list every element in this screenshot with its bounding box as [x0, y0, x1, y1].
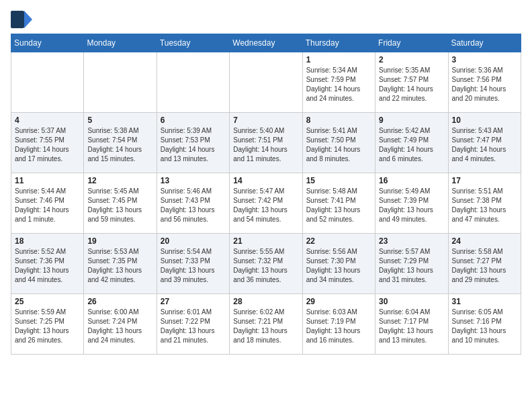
calendar-cell: 14Sunrise: 5:47 AMSunset: 7:42 PMDayligh…: [230, 173, 302, 234]
day-number: 28: [233, 297, 298, 306]
calendar-week-2: 4Sunrise: 5:37 AMSunset: 7:55 PMDaylight…: [11, 113, 521, 173]
day-number: 12: [87, 176, 152, 185]
day-info: Sunrise: 5:35 AMSunset: 7:57 PMDaylight:…: [379, 66, 444, 103]
calendar-cell: 4Sunrise: 5:37 AMSunset: 7:55 PMDaylight…: [11, 113, 84, 173]
header-cell-wednesday: Wednesday: [230, 34, 302, 52]
day-number: 1: [306, 55, 371, 64]
calendar-cell: 27Sunrise: 6:01 AMSunset: 7:22 PMDayligh…: [157, 294, 229, 355]
day-info: Sunrise: 6:04 AMSunset: 7:17 PMDaylight:…: [379, 308, 444, 345]
day-number: 21: [233, 236, 298, 246]
day-number: 31: [452, 297, 517, 306]
calendar-cell: 17Sunrise: 5:51 AMSunset: 7:38 PMDayligh…: [448, 173, 521, 234]
calendar-cell: 11Sunrise: 5:44 AMSunset: 7:46 PMDayligh…: [11, 173, 84, 234]
calendar-week-5: 25Sunrise: 5:59 AMSunset: 7:25 PMDayligh…: [11, 294, 521, 355]
calendar-cell: 5Sunrise: 5:38 AMSunset: 7:54 PMDaylight…: [84, 113, 157, 173]
day-number: 18: [15, 236, 80, 246]
day-info: Sunrise: 5:52 AMSunset: 7:36 PMDaylight:…: [15, 247, 80, 285]
calendar-cell: 7Sunrise: 5:40 AMSunset: 7:51 PMDaylight…: [230, 113, 302, 173]
day-info: Sunrise: 6:01 AMSunset: 7:22 PMDaylight:…: [161, 308, 226, 345]
calendar-cell: 29Sunrise: 6:03 AMSunset: 7:19 PMDayligh…: [302, 294, 375, 355]
day-number: 22: [306, 236, 371, 246]
day-info: Sunrise: 5:40 AMSunset: 7:51 PMDaylight:…: [233, 126, 298, 164]
day-number: 8: [306, 116, 371, 125]
day-number: 5: [87, 116, 152, 125]
day-number: 30: [379, 297, 444, 306]
day-number: 25: [15, 297, 80, 306]
day-info: Sunrise: 5:36 AMSunset: 7:56 PMDaylight:…: [452, 66, 517, 103]
day-info: Sunrise: 5:45 AMSunset: 7:45 PMDaylight:…: [87, 187, 152, 224]
calendar-cell: 23Sunrise: 5:57 AMSunset: 7:29 PMDayligh…: [375, 234, 448, 294]
day-number: 14: [233, 176, 298, 185]
calendar-cell: 10Sunrise: 5:43 AMSunset: 7:47 PMDayligh…: [448, 113, 521, 173]
day-info: Sunrise: 5:49 AMSunset: 7:39 PMDaylight:…: [379, 187, 444, 224]
calendar-cell: [11, 52, 84, 113]
day-number: 29: [306, 297, 371, 306]
day-info: Sunrise: 6:03 AMSunset: 7:19 PMDaylight:…: [306, 308, 371, 345]
calendar-week-4: 18Sunrise: 5:52 AMSunset: 7:36 PMDayligh…: [11, 234, 521, 294]
day-info: Sunrise: 5:55 AMSunset: 7:32 PMDaylight:…: [233, 247, 298, 285]
calendar-header: SundayMondayTuesdayWednesdayThursdayFrid…: [11, 34, 521, 52]
calendar-cell: 24Sunrise: 5:58 AMSunset: 7:27 PMDayligh…: [448, 234, 521, 294]
day-info: Sunrise: 5:59 AMSunset: 7:25 PMDaylight:…: [15, 308, 80, 345]
day-info: Sunrise: 5:53 AMSunset: 7:35 PMDaylight:…: [87, 247, 152, 285]
calendar-cell: 1Sunrise: 5:34 AMSunset: 7:59 PMDaylight…: [302, 52, 375, 113]
calendar-cell: [157, 52, 229, 113]
calendar-cell: 6Sunrise: 5:39 AMSunset: 7:53 PMDaylight…: [157, 113, 229, 173]
header-cell-thursday: Thursday: [302, 34, 375, 52]
day-number: 10: [452, 116, 517, 125]
header-cell-tuesday: Tuesday: [157, 34, 229, 52]
calendar-cell: 8Sunrise: 5:41 AMSunset: 7:50 PMDaylight…: [302, 113, 375, 173]
calendar-cell: 19Sunrise: 5:53 AMSunset: 7:35 PMDayligh…: [84, 234, 157, 294]
day-info: Sunrise: 5:34 AMSunset: 7:59 PMDaylight:…: [306, 66, 371, 103]
calendar-body: 1Sunrise: 5:34 AMSunset: 7:59 PMDaylight…: [11, 52, 521, 355]
day-number: 2: [379, 55, 444, 64]
day-info: Sunrise: 5:58 AMSunset: 7:27 PMDaylight:…: [452, 247, 517, 285]
day-number: 16: [379, 176, 444, 185]
day-number: 23: [379, 236, 444, 246]
calendar-cell: 3Sunrise: 5:36 AMSunset: 7:56 PMDaylight…: [448, 52, 521, 113]
calendar-cell: 13Sunrise: 5:46 AMSunset: 7:43 PMDayligh…: [157, 173, 229, 234]
header-cell-friday: Friday: [375, 34, 448, 52]
day-number: 7: [233, 116, 298, 125]
day-info: Sunrise: 6:05 AMSunset: 7:16 PMDaylight:…: [452, 308, 517, 345]
day-number: 19: [87, 236, 152, 246]
day-info: Sunrise: 5:47 AMSunset: 7:42 PMDaylight:…: [233, 187, 298, 224]
calendar-cell: 22Sunrise: 5:56 AMSunset: 7:30 PMDayligh…: [302, 234, 375, 294]
calendar-table: SundayMondayTuesdayWednesdayThursdayFrid…: [11, 34, 521, 355]
day-number: 24: [452, 236, 517, 246]
day-info: Sunrise: 5:57 AMSunset: 7:29 PMDaylight:…: [379, 247, 444, 285]
day-number: 6: [161, 116, 226, 125]
day-info: Sunrise: 5:44 AMSunset: 7:46 PMDaylight:…: [15, 187, 80, 224]
day-info: Sunrise: 5:56 AMSunset: 7:30 PMDaylight:…: [306, 247, 371, 285]
logo: [11, 11, 35, 28]
day-info: Sunrise: 5:54 AMSunset: 7:33 PMDaylight:…: [161, 247, 226, 285]
day-info: Sunrise: 5:38 AMSunset: 7:54 PMDaylight:…: [87, 126, 152, 164]
day-number: 20: [161, 236, 226, 246]
day-info: Sunrise: 5:51 AMSunset: 7:38 PMDaylight:…: [452, 187, 517, 224]
header-cell-sunday: Sunday: [11, 34, 84, 52]
calendar-cell: 25Sunrise: 5:59 AMSunset: 7:25 PMDayligh…: [11, 294, 84, 355]
day-number: 11: [15, 176, 80, 185]
calendar-cell: 12Sunrise: 5:45 AMSunset: 7:45 PMDayligh…: [84, 173, 157, 234]
calendar-cell: 30Sunrise: 6:04 AMSunset: 7:17 PMDayligh…: [375, 294, 448, 355]
day-number: 3: [452, 55, 517, 64]
day-info: Sunrise: 5:42 AMSunset: 7:49 PMDaylight:…: [379, 126, 444, 164]
calendar-cell: 26Sunrise: 6:00 AMSunset: 7:24 PMDayligh…: [84, 294, 157, 355]
calendar-cell: [230, 52, 302, 113]
calendar-cell: [84, 52, 157, 113]
day-info: Sunrise: 5:41 AMSunset: 7:50 PMDaylight:…: [306, 126, 371, 164]
day-info: Sunrise: 5:37 AMSunset: 7:55 PMDaylight:…: [15, 126, 80, 164]
calendar-cell: 18Sunrise: 5:52 AMSunset: 7:36 PMDayligh…: [11, 234, 84, 294]
day-number: 27: [161, 297, 226, 306]
day-number: 9: [379, 116, 444, 125]
day-info: Sunrise: 5:43 AMSunset: 7:47 PMDaylight:…: [452, 126, 517, 164]
calendar-week-3: 11Sunrise: 5:44 AMSunset: 7:46 PMDayligh…: [11, 173, 521, 234]
svg-marker-1: [24, 11, 32, 28]
day-number: 13: [161, 176, 226, 185]
calendar-cell: 2Sunrise: 5:35 AMSunset: 7:57 PMDaylight…: [375, 52, 448, 113]
day-number: 17: [452, 176, 517, 185]
day-info: Sunrise: 5:39 AMSunset: 7:53 PMDaylight:…: [161, 126, 226, 164]
page-header: [11, 11, 521, 28]
day-info: Sunrise: 5:48 AMSunset: 7:41 PMDaylight:…: [306, 187, 371, 224]
header-cell-saturday: Saturday: [448, 34, 521, 52]
